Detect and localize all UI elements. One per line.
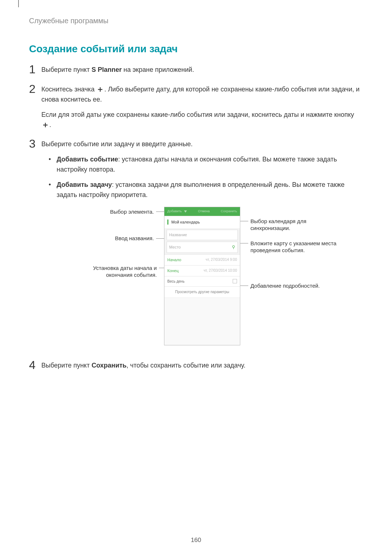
calendar-color-bar xyxy=(167,219,168,225)
bullet-add-event: Добавить событие: установка даты начала … xyxy=(49,155,363,175)
phone-blank-area xyxy=(164,297,240,345)
step-number: 2 xyxy=(29,83,41,95)
step-number: 1 xyxy=(29,63,41,75)
checkbox-icon[interactable] xyxy=(233,279,237,283)
callout-enter-title: Ввод названия. xyxy=(115,235,154,242)
step-1-text: Выберите пункт S Planner на экране прило… xyxy=(41,65,363,75)
step-3: 3 Выберите событие или задачу и введите … xyxy=(29,139,363,356)
phone-calendar-row[interactable]: Мой календарь xyxy=(164,216,240,228)
text: . xyxy=(49,121,51,128)
phone-more-params[interactable]: Просмотреть другие параметры xyxy=(164,286,240,297)
bullet-bold: Добавить событие xyxy=(57,156,118,163)
phone-calendar-label: Мой календарь xyxy=(171,219,200,225)
text: Коснитесь значка xyxy=(41,86,96,93)
text: на экране приложений. xyxy=(122,66,194,73)
bullet-add-task: Добавить задачу: установка задачи для вы… xyxy=(49,180,363,200)
step-1: 1 Выберите пункт S Planner на экране при… xyxy=(29,65,363,80)
callouts-right: Выбор календаря для синхронизации. Вложи… xyxy=(240,207,338,290)
phone-allday-label: Весь день xyxy=(167,279,184,284)
app-name: S Planner xyxy=(91,66,122,73)
phone-header-cancel[interactable]: Отмена xyxy=(198,209,209,214)
phone-start-value: чт, 27/03/2014 9:00 xyxy=(205,257,237,263)
step-2-p1: Коснитесь значка ＋. Либо выберите дату, … xyxy=(41,85,363,105)
placeholder-text: Название xyxy=(169,232,187,238)
callouts-left: Выбор элемента. Ввод названия. Установка… xyxy=(66,207,164,279)
step-4-text: Выберите пункт Сохранить, чтобы сохранит… xyxy=(41,361,363,371)
phone-allday-row[interactable]: Весь день xyxy=(164,276,240,287)
callout-select-element: Выбор элемента. xyxy=(110,208,154,216)
phone-end-value: чт, 27/03/2014 10:00 xyxy=(204,268,237,274)
bullet-bold: Добавить задачу xyxy=(57,181,112,188)
step-2: 2 Коснитесь значка ＋. Либо выберите дату… xyxy=(29,85,363,135)
location-pin-icon[interactable]: ⚲ xyxy=(232,244,235,251)
phone-mock: Добавить Отмена Сохранить Мой календарь … xyxy=(164,207,240,345)
callout-attach-map: Вложите карту с указанием места проведен… xyxy=(250,240,338,254)
phone-header-save[interactable]: Сохранить xyxy=(221,209,237,214)
phone-start-label: Начало xyxy=(167,257,181,263)
phone-place-input[interactable]: Место ⚲ xyxy=(167,242,238,253)
text: Если для этой даты уже сохранены какие-л… xyxy=(41,111,354,118)
phone-end-row[interactable]: Конец чт, 27/03/2014 10:00 xyxy=(164,265,240,276)
breadcrumb: Служебные программы xyxy=(29,17,363,25)
placeholder-text: Место xyxy=(169,244,181,250)
step-number: 3 xyxy=(29,138,41,149)
callout-select-calendar: Выбор календаря для синхронизации. xyxy=(250,218,334,232)
text: Выберите пункт xyxy=(41,66,91,73)
step-2-p2: Если для этой даты уже сохранены какие-л… xyxy=(41,110,363,130)
text: Добавить xyxy=(167,209,182,213)
text: Выберите пункт xyxy=(41,362,91,369)
page-number: 160 xyxy=(0,537,392,544)
phone-start-row[interactable]: Начало чт, 27/03/2014 9:00 xyxy=(164,254,240,265)
dropdown-icon xyxy=(184,210,187,213)
header-mark xyxy=(18,0,19,7)
section-title: Создание событий или задач xyxy=(29,43,363,55)
phone-title-input[interactable]: Название xyxy=(167,230,238,240)
phone-header: Добавить Отмена Сохранить xyxy=(164,207,240,216)
figure: Выбор элемента. Ввод названия. Установка… xyxy=(41,207,363,345)
callout-set-dates: Установка даты начала и окончания событи… xyxy=(70,264,157,279)
text: , чтобы сохранить событие или задачу. xyxy=(127,362,246,369)
step-number: 4 xyxy=(29,359,41,371)
phone-header-add[interactable]: Добавить xyxy=(167,209,187,214)
save-label: Сохранить xyxy=(91,362,126,369)
step-4: 4 Выберите пункт Сохранить, чтобы сохран… xyxy=(29,361,363,376)
step-3-intro: Выберите событие или задачу и введите да… xyxy=(41,139,363,149)
callout-add-details: Добавление подробностей. xyxy=(250,282,320,290)
phone-end-label: Конец xyxy=(167,268,179,274)
